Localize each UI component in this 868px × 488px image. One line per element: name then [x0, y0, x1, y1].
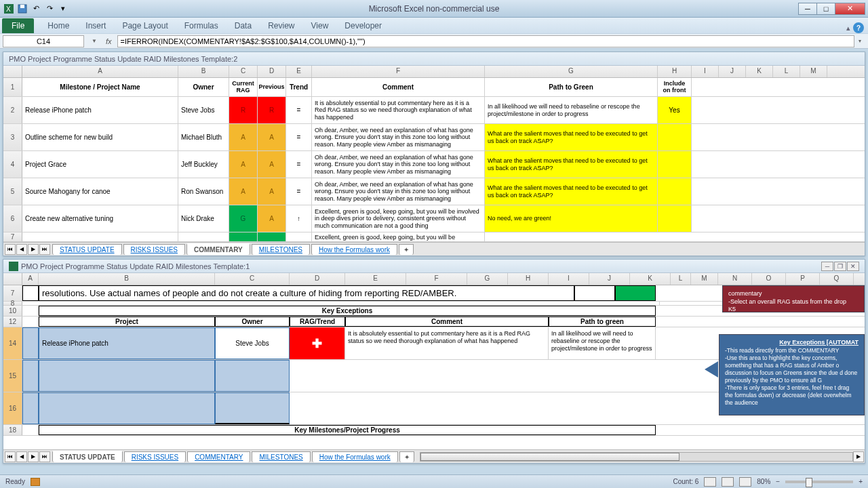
file-tab[interactable]: File	[2, 18, 34, 33]
cell-path[interactable]: In all likelihood we will need to rebase…	[549, 327, 656, 359]
row-header[interactable]: 16	[3, 392, 22, 424]
cell-comment[interactable]: Excellent, green is good, keep going, bu…	[312, 205, 485, 232]
header-cell[interactable]: Owner	[215, 317, 290, 327]
rag-previous[interactable]: R	[258, 97, 286, 123]
name-box-dropdown-icon[interactable]: ▼	[90, 38, 99, 44]
cell-comment[interactable]: Oh dear, Amber, we need an explanation o…	[312, 124, 485, 150]
zoom-slider[interactable]	[785, 481, 853, 483]
cell-path[interactable]: What are the salient moves that need to …	[485, 178, 658, 205]
cell-project[interactable]: Release iPhone patch	[39, 327, 215, 359]
cell-comment[interactable]: Oh dear, Amber, we need an explanation o…	[312, 151, 485, 178]
col-header[interactable]: K	[746, 66, 773, 77]
tab-view[interactable]: View	[303, 18, 337, 33]
undo-icon[interactable]: ↶	[30, 3, 42, 15]
row-header[interactable]: 3	[3, 124, 22, 150]
rag-previous[interactable]: A	[258, 178, 286, 205]
row-header[interactable]: 7	[3, 285, 22, 301]
col-header[interactable]: E	[345, 273, 406, 285]
cell-comment[interactable]: It is absolutely essential to put commen…	[345, 327, 549, 359]
row-header[interactable]: 2	[3, 97, 22, 123]
row-header[interactable]: 5	[3, 178, 22, 205]
sheet-tab-active[interactable]: STATUS UPDATE	[52, 451, 123, 462]
tab-insert[interactable]: Insert	[77, 18, 114, 33]
tab-formulas[interactable]: Formulas	[176, 18, 226, 33]
sheet-tab-active[interactable]: COMMENTARY	[186, 243, 250, 255]
help-icon[interactable]: ?	[853, 22, 864, 33]
rag-current[interactable]: A	[229, 151, 258, 178]
cell-comment[interactable]: It is absolutely essential to put commen…	[312, 97, 485, 123]
name-box[interactable]: C14	[3, 35, 84, 47]
rag-previous[interactable]: A	[258, 151, 286, 178]
col-header[interactable]: E	[286, 66, 312, 77]
instruction-text[interactable]: resolutions. Use actual names of people …	[39, 285, 574, 301]
tab-nav-next-icon[interactable]: ▶	[28, 244, 39, 255]
sheet-tab[interactable]: RISKS ISSUES	[123, 244, 185, 255]
cell-trend[interactable]: =	[286, 97, 312, 123]
header-cell[interactable]: Path to green	[549, 317, 656, 327]
redo-icon[interactable]: ↷	[43, 3, 56, 15]
col-header[interactable]: D	[290, 273, 345, 285]
cell-owner[interactable]: Jeff Buckley	[178, 151, 229, 178]
cell-path[interactable]: In all likelihood we will need to rebase…	[485, 97, 658, 123]
cell-trend[interactable]: =	[286, 178, 312, 205]
rag-previous[interactable]: A	[258, 124, 286, 150]
cell-name[interactable]: Outline scheme for new build	[22, 124, 178, 150]
tab-nav-prev-icon[interactable]: ◀	[16, 451, 27, 462]
col-header[interactable]: H	[508, 273, 549, 285]
col-header[interactable]: M	[691, 273, 718, 285]
row-header[interactable]: 14	[3, 327, 22, 359]
row-header[interactable]: 1	[3, 78, 22, 96]
header-cell[interactable]: Current RAG	[229, 78, 258, 96]
header-cell[interactable]: Milestone / Project Name	[22, 78, 178, 96]
header-cell[interactable]: Trend	[286, 78, 312, 96]
col-header[interactable]: M	[800, 66, 827, 77]
formula-input[interactable]: =IFERROR(INDEX(COMMENTARY!$A$2:$G$100,$A…	[117, 35, 854, 47]
row-header[interactable]: 18	[3, 425, 22, 435]
wb-minimize-button[interactable]: ─	[821, 262, 833, 271]
cell-path[interactable]: No need, we are green!	[485, 205, 658, 232]
workbook1-title-bar[interactable]: PMO Project Programme Status Update RAID…	[3, 52, 865, 66]
save-icon[interactable]	[16, 3, 28, 15]
horizontal-scrollbar[interactable]	[420, 452, 853, 462]
close-button[interactable]: ✕	[835, 3, 865, 15]
rag-current[interactable]: R	[229, 97, 258, 123]
new-sheet-icon[interactable]: ✦	[399, 244, 414, 255]
header-cell[interactable]: Include on front	[658, 78, 692, 96]
fx-icon[interactable]: fx	[106, 37, 112, 45]
row-header[interactable]: 10	[3, 306, 22, 316]
header-cell[interactable]: Previous	[258, 78, 286, 96]
cell-path[interactable]: What are the salient moves that need to …	[485, 124, 658, 150]
rag-current[interactable]: A	[229, 124, 258, 150]
col-header[interactable]: B	[178, 66, 229, 77]
row-header[interactable]: 6	[3, 205, 22, 232]
zoom-out-icon[interactable]: −	[776, 478, 780, 485]
cell-trend[interactable]: ↑	[286, 205, 312, 232]
col-header[interactable]: F	[312, 66, 485, 77]
sheet-tab[interactable]: COMMENTARY	[187, 451, 250, 462]
cell-owner[interactable]: Steve Jobs	[215, 327, 290, 359]
wb-restore-button[interactable]: ❐	[834, 262, 846, 271]
tab-nav-next-icon[interactable]: ▶	[28, 451, 39, 462]
cell-owner[interactable]: Ron Swanson	[178, 178, 229, 205]
col-header[interactable]: A	[22, 66, 178, 77]
page-break-view-icon[interactable]	[739, 477, 751, 487]
new-sheet-icon[interactable]: ✦	[399, 451, 414, 462]
wb-close-button[interactable]: ✕	[847, 262, 859, 271]
zoom-level[interactable]: 80%	[757, 478, 770, 485]
col-header[interactable]: Q	[820, 273, 854, 285]
col-header[interactable]: J	[719, 66, 746, 77]
col-header[interactable]: B	[39, 273, 215, 285]
tab-nav-last-icon[interactable]: ⏭	[39, 451, 50, 462]
select-all-corner[interactable]	[3, 273, 22, 285]
tab-nav-first-icon[interactable]: ⏮	[5, 244, 16, 255]
sheet-tab[interactable]: How the Formulas work	[311, 244, 397, 255]
sheet-tab[interactable]: How the Formulas work	[312, 451, 398, 462]
sheet-tab[interactable]: MILESTONES	[252, 451, 310, 462]
row-header[interactable]: 7	[3, 232, 22, 241]
tab-page-layout[interactable]: Page Layout	[114, 18, 176, 33]
rag-current[interactable]: G	[229, 205, 258, 232]
key-milestones-header[interactable]: Key Milestones/Project Progress	[39, 425, 656, 435]
cell-include[interactable]	[658, 151, 692, 178]
maximize-button[interactable]: □	[816, 3, 835, 15]
col-header[interactable]: I	[692, 66, 719, 77]
